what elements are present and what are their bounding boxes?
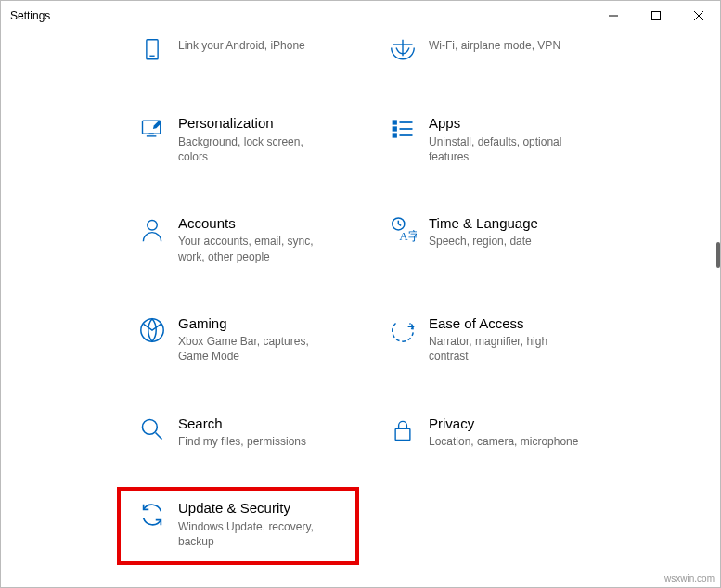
tile-title: Search: [178, 415, 306, 433]
search-tile[interactable]: Search Find my files, permissions: [126, 415, 377, 450]
tile-title: Privacy: [429, 415, 578, 433]
tile-subtitle: Speech, region, date: [429, 234, 538, 249]
tile-title: Time & Language: [429, 214, 538, 233]
tile-title: Apps: [429, 114, 586, 133]
tile-subtitle: Uninstall, defaults, optional features: [429, 134, 586, 164]
ease-of-access-icon: [377, 314, 429, 344]
scrollbar-thumb[interactable]: [716, 242, 720, 268]
tile-subtitle: Narrator, magnifier, high contrast: [429, 334, 586, 364]
svg-rect-10: [393, 127, 397, 131]
personalization-tile[interactable]: Personalization Background, lock screen,…: [126, 114, 377, 164]
minimize-button[interactable]: [592, 1, 635, 31]
window-title: Settings: [1, 9, 50, 22]
tile-subtitle: Windows Update, recovery, backup: [178, 519, 336, 549]
content-area: Link your Android, iPhone Wi-Fi, airplan…: [1, 31, 720, 587]
update-security-tile[interactable]: Update & Security Windows Update, recove…: [126, 499, 377, 549]
tile-title: Accounts: [178, 214, 336, 233]
svg-point-20: [143, 419, 158, 434]
time-language-tile[interactable]: A字 Time & Language Speech, region, date: [377, 214, 627, 264]
tile-title: Gaming: [178, 314, 336, 333]
watermark: wsxwin.com: [664, 573, 715, 583]
svg-rect-22: [395, 428, 410, 440]
empty-cell: [377, 499, 627, 549]
personalization-icon: [126, 114, 178, 142]
tile-title: Ease of Access: [429, 314, 586, 333]
phone-tile[interactable]: Link your Android, iPhone: [126, 36, 377, 64]
svg-line-21: [156, 432, 162, 439]
globe-icon: [377, 36, 429, 64]
tile-subtitle: Xbox Game Bar, captures, Game Mode: [178, 334, 336, 364]
tile-subtitle: Find my files, permissions: [178, 434, 306, 449]
privacy-tile[interactable]: Privacy Location, camera, microphone: [377, 415, 627, 450]
search-icon: [126, 415, 178, 442]
tile-subtitle: Background, lock screen, colors: [178, 134, 336, 164]
svg-rect-12: [393, 134, 397, 137]
gaming-tile[interactable]: Gaming Xbox Game Bar, captures, Game Mod…: [126, 314, 377, 364]
tile-title: Personalization: [178, 114, 336, 133]
window-controls: [592, 1, 720, 31]
settings-grid: Link your Android, iPhone Wi-Fi, airplan…: [1, 31, 720, 549]
tile-subtitle: Wi-Fi, airplane mode, VPN: [429, 38, 560, 53]
svg-text:A字: A字: [399, 229, 417, 243]
gaming-icon: [126, 314, 178, 344]
svg-rect-8: [393, 121, 397, 124]
network-tile[interactable]: Wi-Fi, airplane mode, VPN: [377, 36, 627, 64]
accounts-tile[interactable]: Accounts Your accounts, email, sync, wor…: [126, 214, 377, 264]
time-language-icon: A字: [377, 214, 429, 244]
privacy-icon: [377, 415, 429, 444]
tile-title: Update & Security: [178, 499, 336, 518]
update-icon: [126, 499, 178, 529]
tile-subtitle: Location, camera, microphone: [429, 434, 578, 449]
maximize-button[interactable]: [635, 1, 677, 31]
svg-rect-0: [652, 12, 661, 20]
tile-subtitle: Link your Android, iPhone: [178, 38, 305, 53]
titlebar: Settings: [1, 1, 720, 31]
accounts-icon: [126, 214, 178, 244]
svg-line-17: [398, 224, 401, 225]
apps-tile[interactable]: Apps Uninstall, defaults, optional featu…: [377, 114, 627, 164]
close-button[interactable]: [677, 1, 720, 31]
tile-subtitle: Your accounts, email, sync, work, other …: [178, 234, 336, 263]
phone-icon: [126, 36, 178, 64]
ease-of-access-tile[interactable]: Ease of Access Narrator, magnifier, high…: [377, 314, 627, 364]
svg-point-14: [148, 220, 158, 230]
settings-window: Settings: [0, 0, 721, 588]
apps-icon: [377, 114, 429, 142]
